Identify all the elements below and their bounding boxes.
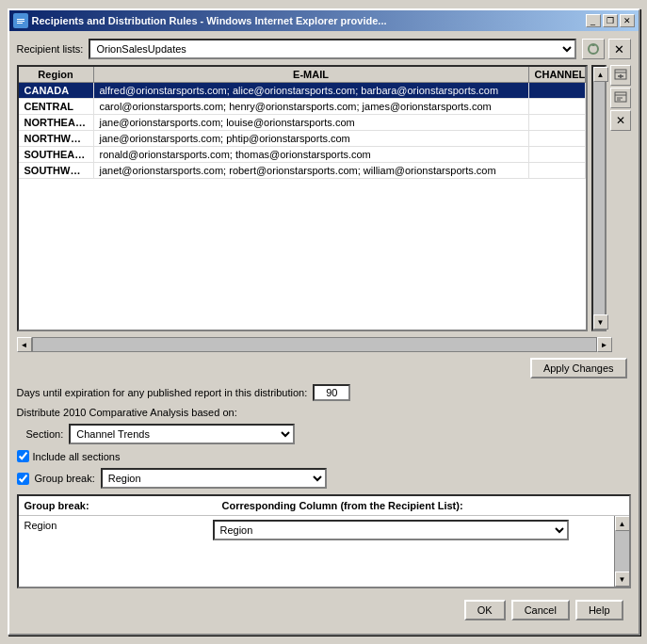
window-icon <box>13 13 28 28</box>
dialog-footer: OK Cancel Help <box>17 594 631 626</box>
table-row[interactable]: CENTRALcarol@orionstarsports.com; henry@… <box>19 99 586 115</box>
main-content: Recipient lists: OrionSalesUpdates ✕ Reg… <box>9 31 639 634</box>
bottom-panel-group-break-value: Region <box>19 516 207 587</box>
recipient-dropdown[interactable]: OrionSalesUpdates <box>89 39 575 59</box>
table-cell-region: NORTHWEST <box>19 131 94 146</box>
expiry-label: Days until expiration for any published … <box>17 387 308 398</box>
table-cell-channel <box>529 163 586 178</box>
include-all-label: Include all sections <box>33 451 121 462</box>
bottom-panel-col2-header: Corresponding Column (from the Recipient… <box>222 500 623 511</box>
title-bar-controls: _ ❐ ✕ <box>586 14 635 27</box>
bottom-panel-corresponding-col: Region Channel Product <box>207 516 614 587</box>
table-cell-email: jane@orionstarsports.com; louise@orionst… <box>94 115 529 130</box>
table-row[interactable]: NORTHWESTjane@orionstarsports.com; phtip… <box>19 131 586 147</box>
group-break-label: Group break: <box>35 473 95 484</box>
recipient-toolbar: ✕ <box>582 39 631 59</box>
table-cell-channel <box>529 131 586 146</box>
recipient-label: Recipient lists: <box>17 43 84 55</box>
edit-row-button[interactable] <box>610 88 631 108</box>
group-break-row: Group break: Region Channel Product <box>17 468 631 489</box>
horiz-scrollbar: ◄ ► <box>17 337 612 352</box>
expiry-input[interactable] <box>313 384 350 401</box>
table-cell-region: CENTRAL <box>19 99 94 114</box>
table-row[interactable]: SOUTHEASTronald@orionstarsports.com; tho… <box>19 147 586 163</box>
table-cell-email: janet@orionstarsports.com; robert@orions… <box>94 163 529 178</box>
table-body: CANADAalfred@orionstarsports.com; alice@… <box>19 83 586 330</box>
group-break-region-label: Region <box>24 520 57 531</box>
table-cell-channel <box>529 99 586 114</box>
table-cell-region: NORTHEAST <box>19 115 94 130</box>
bottom-panel-header: Group break: Corresponding Column (from … <box>19 496 629 516</box>
refresh-button[interactable] <box>582 39 605 59</box>
title-bar-left: Recipients and Distribution Rules - Wind… <box>13 13 387 28</box>
table-row[interactable]: NORTHEASTjane@orionstarsports.com; louis… <box>19 115 586 131</box>
table-cell-channel <box>529 83 586 98</box>
add-row-button[interactable] <box>610 65 631 86</box>
th-channel: CHANNEL <box>529 67 586 82</box>
apply-changes-button[interactable]: Apply Changes <box>530 358 627 378</box>
close-button[interactable]: ✕ <box>620 14 635 27</box>
ok-button[interactable]: OK <box>464 600 506 620</box>
table-container: Region E-MAIL CHANNEL CANADAalfred@orion… <box>17 65 588 331</box>
scrollbar-track <box>593 82 605 314</box>
distribute-label: Distribute 2010 Comparative Analysis bas… <box>17 407 631 418</box>
table-row[interactable]: CANADAalfred@orionstarsports.com; alice@… <box>19 83 586 99</box>
bottom-scroll-track <box>615 531 629 572</box>
table-cell-region: CANADA <box>19 83 94 98</box>
include-all-checkbox[interactable] <box>17 450 29 462</box>
bottom-scroll-up-button[interactable]: ▲ <box>615 516 629 531</box>
apply-row: Apply Changes <box>17 358 631 378</box>
table-cell-email: ronald@orionstarsports.com; thomas@orion… <box>94 147 529 162</box>
svg-rect-2 <box>17 21 24 22</box>
help-button[interactable]: Help <box>575 600 623 620</box>
title-bar: Recipients and Distribution Rules - Wind… <box>9 10 639 31</box>
side-toolbar: ✕ <box>610 65 631 331</box>
include-all-row: Include all sections <box>17 450 631 462</box>
bottom-scroll-down-button[interactable]: ▼ <box>615 572 629 587</box>
table-cell-email: jane@orionstarsports.com; phtip@orionsta… <box>94 131 529 146</box>
window-title: Recipients and Distribution Rules - Wind… <box>32 15 387 26</box>
table-cell-email: alfred@orionstarsports.com; alice@orions… <box>94 83 529 98</box>
group-break-checkbox[interactable] <box>17 473 29 485</box>
delete-row-button[interactable]: ✕ <box>610 110 631 131</box>
scroll-right-button[interactable]: ► <box>597 337 612 352</box>
table-cell-region: SOUTHWEST <box>19 163 94 178</box>
group-break-dropdown[interactable]: Region Channel Product <box>101 468 327 489</box>
cancel-button[interactable]: Cancel <box>511 600 570 620</box>
section-dropdown[interactable]: Channel Trends Product Summary Regional … <box>69 424 295 444</box>
table-cell-channel <box>529 115 586 130</box>
horiz-scroll-track <box>32 337 597 352</box>
table-cell-region: SOUTHEAST <box>19 147 94 162</box>
table-cell-email: carol@orionstarsports.com; henry@orionst… <box>94 99 529 114</box>
scrollbar-down-button[interactable]: ▼ <box>593 314 608 330</box>
main-window: Recipients and Distribution Rules - Wind… <box>8 8 640 636</box>
recipient-row: Recipient lists: OrionSalesUpdates ✕ <box>17 39 631 59</box>
scroll-left-button[interactable]: ◄ <box>17 337 32 352</box>
bottom-panel-col1-header: Group break: <box>24 500 213 511</box>
bottom-panel: Group break: Corresponding Column (from … <box>17 494 631 588</box>
corresponding-dropdown[interactable]: Region Channel Product <box>213 520 569 540</box>
close-list-button[interactable]: ✕ <box>608 39 631 59</box>
table-cell-channel <box>529 147 586 162</box>
main-panel: Region E-MAIL CHANNEL CANADAalfred@orion… <box>17 65 631 331</box>
minimize-button[interactable]: _ <box>586 14 601 27</box>
svg-rect-1 <box>17 19 24 20</box>
scrollbar-up-button[interactable]: ▲ <box>593 67 608 82</box>
th-region: Region <box>19 67 94 82</box>
restore-button[interactable]: ❐ <box>603 14 618 27</box>
table-header: Region E-MAIL CHANNEL <box>19 67 586 83</box>
th-email: E-MAIL <box>94 67 529 82</box>
bottom-panel-scrollbar: ▲ ▼ <box>614 516 629 587</box>
expiry-row: Days until expiration for any published … <box>17 384 631 401</box>
section-row: Section: Channel Trends Product Summary … <box>17 424 631 444</box>
section-label: Section: <box>26 428 64 440</box>
svg-rect-3 <box>17 23 23 24</box>
table-row[interactable]: SOUTHWESTjanet@orionstarsports.com; robe… <box>19 163 586 179</box>
